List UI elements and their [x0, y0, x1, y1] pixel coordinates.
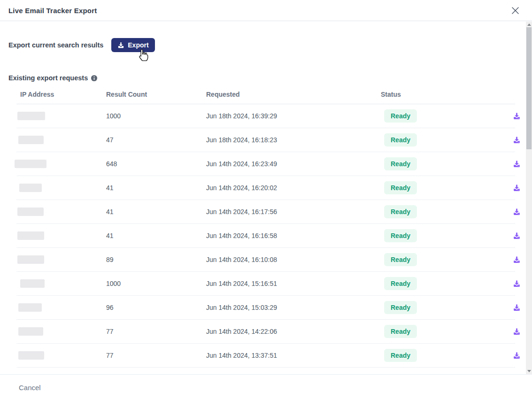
- result-count-cell: 77: [106, 328, 206, 335]
- ip-address-cell: [16, 255, 106, 264]
- table-row: 47 Jun 18th 2024, 16:18:23 Ready: [16, 128, 515, 152]
- export-results-label: Export current search results: [8, 41, 103, 49]
- redacted-ip-value: [20, 279, 45, 288]
- table-row: 89 Jun 14th 2024, 16:10:08 Ready: [16, 248, 515, 272]
- status-cell: Ready: [381, 253, 513, 266]
- download-export-button[interactable]: [513, 304, 527, 312]
- status-badge: Ready: [384, 253, 417, 266]
- table-row: 77 Jun 14th 2024, 13:37:51 Ready: [16, 344, 515, 368]
- status-cell: Ready: [381, 181, 513, 194]
- ip-address-cell: [16, 231, 106, 240]
- download-icon: [513, 352, 521, 360]
- status-cell: Ready: [381, 133, 513, 146]
- download-export-button[interactable]: [513, 280, 527, 288]
- export-section: Export current search results Export: [8, 38, 532, 52]
- table-body: 1000 Jun 18th 2024, 16:39:29 Ready 47 Ju…: [16, 104, 515, 368]
- ip-address-cell: [16, 184, 106, 192]
- status-cell: Ready: [381, 325, 513, 338]
- table-row: 41 Jun 14th 2024, 16:16:58 Ready: [16, 224, 515, 248]
- cancel-button[interactable]: Cancel: [19, 384, 41, 392]
- redacted-ip-value: [17, 231, 44, 240]
- export-button-label: Export: [128, 41, 148, 49]
- table-row: 1000 Jun 14th 2024, 15:16:51 Ready: [16, 272, 515, 296]
- download-icon: [513, 256, 521, 264]
- column-header-status: Status: [381, 91, 513, 98]
- download-icon: [513, 232, 521, 240]
- download-icon: [513, 184, 521, 192]
- ip-address-cell: [16, 351, 106, 360]
- redacted-ip-value: [19, 184, 42, 192]
- download-export-button[interactable]: [513, 112, 527, 120]
- status-badge: Ready: [384, 349, 417, 362]
- close-icon: [511, 7, 519, 15]
- ip-address-cell: [16, 136, 106, 144]
- requested-cell: Jun 18th 2024, 16:18:23: [206, 136, 381, 144]
- requested-cell: Jun 14th 2024, 16:17:56: [206, 208, 381, 215]
- status-badge: Ready: [384, 277, 417, 290]
- status-cell: Ready: [381, 301, 513, 314]
- ip-address-cell: [16, 160, 106, 168]
- requested-cell: Jun 18th 2024, 16:39:29: [206, 112, 381, 120]
- export-button[interactable]: Export: [111, 38, 154, 52]
- requested-cell: Jun 14th 2024, 16:20:02: [206, 184, 381, 192]
- download-icon: [513, 112, 521, 120]
- modal-header: Live Email Tracker Export: [0, 0, 532, 21]
- status-cell: Ready: [381, 229, 513, 242]
- ip-address-cell: [16, 208, 106, 216]
- status-cell: Ready: [381, 109, 513, 123]
- scrollbar-up-arrow-icon[interactable]: [527, 23, 531, 26]
- redacted-ip-value: [17, 255, 44, 264]
- download-icon: [513, 208, 521, 216]
- download-export-button[interactable]: [513, 256, 527, 264]
- modal-body: Export current search results Export Exi…: [0, 38, 532, 368]
- status-badge: Ready: [384, 133, 417, 146]
- result-count-cell: 47: [106, 136, 206, 144]
- result-count-cell: 77: [106, 352, 206, 359]
- result-count-cell: 41: [106, 208, 206, 215]
- download-export-button[interactable]: [513, 160, 527, 168]
- close-button[interactable]: [509, 5, 521, 16]
- download-export-button[interactable]: [513, 136, 527, 144]
- status-cell: Ready: [381, 157, 513, 170]
- status-badge: Ready: [384, 229, 417, 242]
- modal-footer: Cancel: [0, 374, 532, 400]
- download-export-button[interactable]: [513, 328, 527, 336]
- redacted-ip-value: [15, 160, 46, 168]
- ip-address-cell: [16, 112, 106, 120]
- modal-title: Live Email Tracker Export: [8, 7, 97, 15]
- status-badge: Ready: [384, 181, 417, 194]
- requested-cell: Jun 14th 2024, 16:23:49: [206, 160, 381, 168]
- redacted-ip-value: [18, 351, 44, 360]
- download-icon: [513, 304, 521, 312]
- requested-cell: Jun 14th 2024, 15:03:29: [206, 304, 381, 311]
- status-badge: Ready: [384, 325, 417, 338]
- result-count-cell: 41: [106, 232, 206, 239]
- info-icon[interactable]: [91, 75, 98, 82]
- download-icon: [513, 280, 521, 288]
- download-export-button[interactable]: [513, 208, 527, 216]
- status-badge: Ready: [384, 205, 417, 218]
- scrollbar-down-arrow-icon[interactable]: [527, 370, 531, 372]
- existing-requests-label: Existing export requests: [8, 74, 88, 82]
- requested-cell: Jun 14th 2024, 16:16:58: [206, 232, 381, 239]
- redacted-ip-value: [18, 303, 42, 312]
- download-export-button[interactable]: [513, 352, 527, 360]
- column-header-result-count: Result Count: [106, 91, 206, 98]
- result-count-cell: 41: [106, 184, 206, 192]
- download-export-button[interactable]: [513, 184, 527, 192]
- status-badge: Ready: [384, 109, 417, 123]
- download-icon: [117, 42, 124, 49]
- modal-scrollbar[interactable]: [526, 22, 532, 374]
- download-icon: [513, 160, 521, 168]
- redacted-ip-value: [18, 136, 44, 144]
- status-cell: Ready: [381, 277, 513, 290]
- column-header-ip-address: IP Address: [16, 91, 106, 98]
- table-row: 41 Jun 14th 2024, 16:17:56 Ready: [16, 200, 515, 224]
- export-requests-table: IP Address Result Count Requested Status…: [16, 82, 515, 368]
- download-export-button[interactable]: [513, 232, 527, 240]
- table-row: 96 Jun 14th 2024, 15:03:29 Ready: [16, 296, 515, 320]
- requested-cell: Jun 14th 2024, 16:10:08: [206, 256, 381, 263]
- scrollbar-thumb[interactable]: [526, 27, 532, 149]
- redacted-ip-value: [17, 208, 44, 216]
- requested-cell: Jun 14th 2024, 15:16:51: [206, 280, 381, 287]
